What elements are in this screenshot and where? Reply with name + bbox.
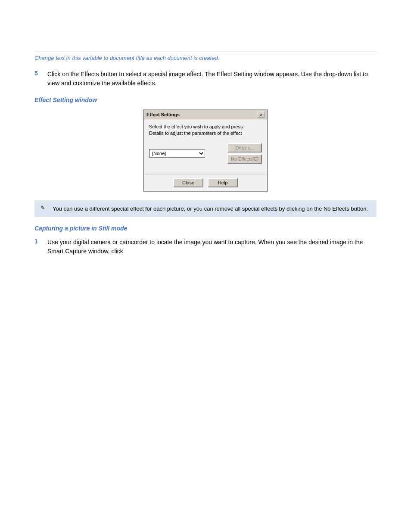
dialog-footer: Close Help bbox=[144, 174, 267, 191]
no-effects-button[interactable]: No Effects[E] bbox=[227, 154, 262, 164]
help-button[interactable]: Help bbox=[208, 178, 238, 187]
dialog-container: Effect Settings × Select the effect you … bbox=[0, 109, 411, 192]
effects-dropdown[interactable]: [None] bbox=[149, 149, 205, 158]
page-container: Change text in this variable to document… bbox=[0, 52, 411, 532]
dialog-body: Select the effect you wish to apply and … bbox=[144, 119, 267, 172]
note-box: ✎ You can use a different special effect… bbox=[34, 200, 377, 218]
dialog-title: Effect Settings bbox=[146, 112, 180, 117]
step1-text: Use your digital camera or camcorder to … bbox=[47, 238, 377, 256]
top-rule bbox=[34, 52, 377, 52]
step5-number: 5 bbox=[34, 70, 47, 88]
dialog-close-button[interactable]: × bbox=[258, 112, 265, 118]
step5-text: Click on the Effects button to select a … bbox=[47, 70, 377, 88]
note-text: You can use a different special effect f… bbox=[53, 205, 368, 213]
variable-text: Change text in this variable to document… bbox=[34, 55, 377, 61]
dialog-description: Select the effect you wish to apply and … bbox=[149, 124, 262, 137]
effect-settings-dialog: Effect Settings × Select the effect you … bbox=[143, 109, 268, 192]
capturing-heading: Capturing a picture in Still mode bbox=[34, 225, 377, 232]
dialog-right-buttons: Details... No Effects[E] bbox=[227, 143, 262, 164]
details-button[interactable]: Details... bbox=[227, 143, 262, 152]
effect-heading: Effect Setting window bbox=[34, 96, 377, 103]
note-icon: ✎ bbox=[40, 205, 49, 211]
dialog-titlebar: Effect Settings × bbox=[144, 110, 267, 119]
step5-block: 5 Click on the Effects button to select … bbox=[34, 70, 377, 88]
close-button[interactable]: Close bbox=[173, 178, 203, 187]
step1-block: 1 Use your digital camera or camcorder t… bbox=[34, 238, 377, 256]
step1-number: 1 bbox=[34, 238, 47, 256]
dropdown-container: [None] bbox=[149, 149, 205, 158]
